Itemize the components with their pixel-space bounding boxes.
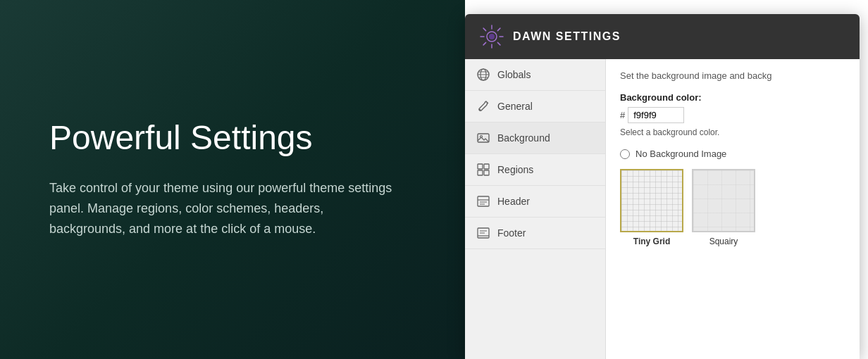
nav-label-regions: Regions: [497, 164, 533, 175]
no-bg-image-option[interactable]: No Background Image: [620, 149, 845, 159]
settings-title: DAWN SETTINGS: [513, 30, 621, 43]
svg-rect-22: [478, 196, 489, 206]
tiny-grid-label: Tiny Grid: [633, 237, 670, 246]
main-description: Take control of your theme using our pow…: [49, 178, 402, 239]
svg-rect-20: [478, 170, 483, 175]
footer-icon: [476, 226, 490, 240]
left-panel: Powerful Settings Take control of your t…: [0, 0, 465, 359]
right-panel: DAWN SETTINGS Globals: [465, 0, 868, 359]
settings-main-content: Set the background image and backg Backg…: [606, 59, 860, 359]
main-heading: Powerful Settings: [49, 120, 416, 157]
settings-window: DAWN SETTINGS Globals: [465, 14, 860, 359]
image-option-tiny-grid[interactable]: Tiny Grid: [620, 169, 683, 246]
bg-color-input[interactable]: [628, 107, 684, 123]
grid-icon: [476, 163, 490, 177]
nav-label-globals: Globals: [497, 69, 531, 80]
settings-description: Set the background image and backg: [620, 70, 845, 81]
image-options: Tiny Grid Squairy: [620, 169, 845, 246]
nav-item-footer[interactable]: Footer: [465, 218, 605, 249]
no-bg-label: No Background Image: [636, 149, 726, 159]
nav-item-general[interactable]: General: [465, 91, 605, 122]
image-option-squairy[interactable]: Squairy: [692, 169, 755, 246]
bg-color-label: Background color:: [620, 92, 845, 103]
svg-rect-19: [484, 164, 489, 169]
no-bg-radio[interactable]: [620, 149, 630, 159]
nav-item-regions[interactable]: Regions: [465, 154, 605, 186]
settings-header: DAWN SETTINGS: [465, 14, 860, 59]
bg-color-hint: Select a background color.: [620, 127, 845, 137]
settings-content: Globals General: [465, 59, 860, 359]
settings-nav: Globals General: [465, 59, 606, 359]
nav-label-header: Header: [497, 196, 530, 207]
squairy-thumb[interactable]: [692, 169, 755, 232]
nav-item-background[interactable]: Background: [465, 122, 605, 154]
squairy-label: Squairy: [709, 237, 738, 246]
svg-rect-18: [478, 164, 483, 169]
nav-item-globals[interactable]: Globals: [465, 59, 605, 91]
nav-item-header[interactable]: Header: [465, 186, 605, 218]
globe-icon: [476, 68, 490, 82]
dawn-logo-icon: [479, 24, 504, 49]
header-icon: [476, 194, 490, 208]
svg-rect-21: [484, 170, 489, 175]
svg-line-8: [483, 42, 486, 45]
svg-line-6: [497, 42, 500, 45]
image-icon: [476, 131, 490, 145]
svg-point-15: [479, 109, 480, 111]
tiny-grid-thumb[interactable]: [620, 169, 683, 232]
nav-label-footer: Footer: [497, 227, 526, 239]
svg-line-7: [497, 28, 500, 31]
svg-point-9: [489, 34, 495, 39]
wrench-icon: [476, 99, 490, 113]
bg-color-field: #: [620, 107, 845, 123]
hash-symbol: #: [620, 110, 625, 120]
svg-line-5: [483, 28, 486, 31]
nav-label-general: General: [497, 101, 533, 112]
nav-label-background: Background: [497, 132, 550, 144]
